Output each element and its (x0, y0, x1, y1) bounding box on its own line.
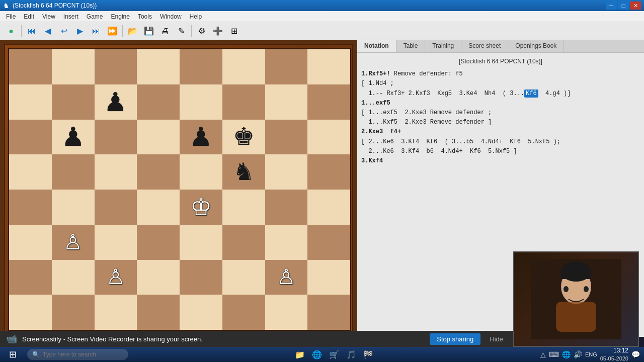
network-icon[interactable]: 🌐 (562, 350, 571, 358)
cell-b7[interactable] (52, 84, 95, 120)
cell-e1[interactable] (180, 295, 222, 330)
stop-sharing-button[interactable]: Stop sharing (430, 333, 480, 345)
cell-e5[interactable] (180, 154, 222, 190)
prev-move-button[interactable]: ◀ (41, 24, 55, 38)
cell-g2[interactable]: ♙ (265, 260, 308, 295)
chess-board[interactable]: ♟ ♟ ♟ ♚ ♞ (8, 48, 351, 331)
cell-b3[interactable]: ♙ (52, 225, 95, 260)
app-browser[interactable]: 🌐 (310, 347, 324, 361)
keyboard-icon[interactable]: ⌨ (549, 350, 559, 358)
cell-e7[interactable] (180, 84, 222, 120)
add-button[interactable]: ➕ (211, 24, 225, 38)
menu-engine[interactable]: Engine (107, 12, 134, 21)
engine-button[interactable]: ⚙ (195, 24, 209, 38)
app-explorer[interactable]: 📁 (293, 347, 307, 361)
open-button[interactable]: 📂 (126, 24, 140, 38)
tab-scoresheet[interactable]: Score sheet (461, 40, 508, 52)
print-button[interactable]: 🖨 (158, 24, 172, 38)
cell-e8[interactable] (180, 49, 222, 84)
cell-f5[interactable]: ♞ (222, 154, 265, 190)
cell-g1[interactable] (265, 295, 308, 330)
expand-tray-icon[interactable]: △ (540, 350, 546, 358)
cell-c4[interactable] (95, 190, 137, 225)
tab-notation[interactable]: Notation (357, 40, 396, 52)
menu-insert[interactable]: Insert (59, 12, 83, 21)
cell-b6[interactable]: ♟ (52, 120, 95, 155)
save-button[interactable]: 💾 (142, 24, 156, 38)
cell-a6[interactable] (9, 120, 52, 155)
tab-table[interactable]: Table (396, 40, 426, 52)
cell-b8[interactable] (52, 49, 95, 84)
cell-c5[interactable] (95, 154, 137, 190)
cell-h1[interactable] (307, 295, 350, 330)
app-store[interactable]: 🛒 (327, 347, 341, 361)
cell-g6[interactable] (265, 120, 308, 155)
cell-d6[interactable] (137, 120, 180, 155)
cell-f4[interactable] (222, 190, 265, 225)
cell-b1[interactable] (52, 295, 95, 330)
cell-d2[interactable] (137, 260, 180, 295)
cell-b5[interactable] (52, 154, 95, 190)
cell-a8[interactable] (9, 49, 52, 84)
cell-a4[interactable] (9, 190, 52, 225)
cell-b4[interactable] (52, 190, 95, 225)
cell-e4[interactable]: ♔ (180, 190, 222, 225)
cell-h7[interactable] (307, 84, 350, 120)
app-chess[interactable]: 🏁 (361, 347, 375, 361)
cell-d7[interactable] (137, 84, 180, 120)
cell-c8[interactable] (95, 49, 137, 84)
cell-f2[interactable] (222, 260, 265, 295)
next-move-button[interactable]: ▶ (73, 24, 87, 38)
fast-forward-button[interactable]: ⏩ (105, 24, 119, 38)
cell-c7[interactable]: ♟ (95, 84, 137, 120)
close-button[interactable]: ✕ (630, 2, 641, 10)
annotate-button[interactable]: ✎ (174, 24, 188, 38)
cell-h8[interactable] (307, 49, 350, 84)
board-options-button[interactable]: ⊞ (227, 24, 241, 38)
cell-a7[interactable] (9, 84, 52, 120)
notification-icon[interactable]: 💬 (631, 350, 640, 358)
tab-training[interactable]: Training (425, 40, 461, 52)
cell-f3[interactable] (222, 225, 265, 260)
cell-c3[interactable] (95, 225, 137, 260)
hide-button[interactable]: Hide (486, 333, 507, 345)
cell-h4[interactable] (307, 190, 350, 225)
tab-openings[interactable]: Openings Book (508, 40, 564, 52)
cell-h6[interactable] (307, 120, 350, 155)
cell-c6[interactable] (95, 120, 137, 155)
cell-d4[interactable] (137, 190, 180, 225)
cell-d3[interactable] (137, 225, 180, 260)
cell-b2[interactable] (52, 260, 95, 295)
cell-f7[interactable] (222, 84, 265, 120)
cell-a1[interactable] (9, 295, 52, 330)
menu-tools[interactable]: Tools (134, 12, 156, 21)
cell-g4[interactable] (265, 190, 308, 225)
cell-f1[interactable] (222, 295, 265, 330)
cell-h3[interactable] (307, 225, 350, 260)
titlebar-controls[interactable]: ─ □ ✕ (606, 2, 641, 10)
menu-file[interactable]: File (2, 12, 20, 21)
cell-a5[interactable] (9, 154, 52, 190)
menu-view[interactable]: View (38, 12, 59, 21)
play-button[interactable]: ● (4, 24, 18, 38)
last-move-button[interactable]: ⏭ (89, 24, 103, 38)
cell-h5[interactable] (307, 154, 350, 190)
cell-e3[interactable] (180, 225, 222, 260)
cell-g3[interactable] (265, 225, 308, 260)
cell-d8[interactable] (137, 49, 180, 84)
cell-d5[interactable] (137, 154, 180, 190)
cell-c1[interactable] (95, 295, 137, 330)
cell-f8[interactable] (222, 49, 265, 84)
cell-d1[interactable] (137, 295, 180, 330)
cell-a2[interactable] (9, 260, 52, 295)
cell-a3[interactable] (9, 225, 52, 260)
start-button[interactable]: ⊞ (0, 347, 25, 362)
cell-g8[interactable] (265, 49, 308, 84)
volume-icon[interactable]: 🔊 (574, 350, 582, 358)
maximize-button[interactable]: □ (618, 2, 629, 10)
menu-help[interactable]: Help (186, 12, 206, 21)
search-input[interactable] (43, 351, 123, 358)
cell-f6[interactable]: ♚ (222, 120, 265, 155)
taskbar-search[interactable]: 🔍 (27, 349, 128, 360)
undo-button[interactable]: ↩ (57, 24, 71, 38)
